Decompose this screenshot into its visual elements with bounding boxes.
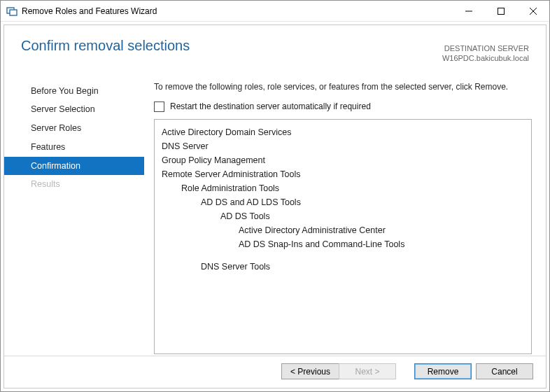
nav-server-selection[interactable]: Server Selection	[4, 100, 144, 119]
prev-next-group: < Previous Next >	[281, 363, 396, 379]
minimize-button[interactable]	[453, 1, 485, 21]
list-item: Group Policy Management	[162, 153, 524, 167]
page-title: Confirm removal selections	[21, 38, 442, 54]
titlebar: Remove Roles and Features Wizard	[1, 1, 549, 22]
wizard-window: Remove Roles and Features Wizard Confirm…	[0, 0, 550, 392]
list-item: AD DS Snap-Ins and Command-Line Tools	[162, 237, 524, 251]
remove-button[interactable]: Remove	[414, 363, 472, 379]
list-item: DNS Server	[162, 139, 524, 153]
svg-rect-1	[10, 10, 17, 15]
sidebar: Before You Begin Server Selection Server…	[4, 69, 144, 356]
list-item: AD DS and AD LDS Tools	[162, 195, 524, 209]
removal-list[interactable]: Active Directory Domain Services DNS Ser…	[154, 119, 532, 354]
maximize-button[interactable]	[485, 1, 517, 21]
previous-button[interactable]: < Previous	[281, 363, 339, 379]
list-item: Active Directory Administrative Center	[162, 223, 524, 237]
list-item: Remote Server Administration Tools	[162, 167, 524, 181]
restart-row: Restart the destination server automatic…	[154, 102, 532, 112]
destination-label: DESTINATION SERVER	[442, 43, 529, 53]
window-title: Remove Roles and Features Wizard	[22, 6, 453, 16]
window-controls	[453, 1, 549, 21]
list-item: Role Administration Tools	[162, 181, 524, 195]
next-button: Next >	[339, 363, 396, 379]
restart-label[interactable]: Restart the destination server automatic…	[170, 102, 371, 111]
destination-server: W16PDC.bakicubuk.local	[442, 53, 529, 63]
list-item: Active Directory Domain Services	[162, 125, 524, 139]
close-button[interactable]	[517, 1, 549, 21]
nav-before-you-begin[interactable]: Before You Begin	[4, 82, 144, 101]
wizard-inner: Confirm removal selections DESTINATION S…	[3, 24, 547, 388]
footer: < Previous Next > Remove Cancel	[4, 356, 546, 388]
list-item: DNS Server Tools	[162, 260, 524, 274]
restart-checkbox[interactable]	[154, 102, 164, 112]
nav-results: Results	[4, 175, 144, 194]
main-panel: To remove the following roles, role serv…	[144, 69, 546, 356]
wizard-header: Confirm removal selections DESTINATION S…	[4, 25, 546, 69]
nav-confirmation[interactable]: Confirmation	[4, 157, 144, 176]
app-icon	[6, 6, 17, 17]
nav-features[interactable]: Features	[4, 138, 144, 157]
svg-rect-3	[498, 8, 505, 14]
instruction-text: To remove the following roles, role serv…	[154, 82, 532, 92]
wizard-body: Before You Begin Server Selection Server…	[4, 69, 546, 356]
list-item: AD DS Tools	[162, 209, 524, 223]
destination-info: DESTINATION SERVER W16PDC.bakicubuk.loca…	[442, 38, 529, 64]
cancel-button[interactable]: Cancel	[476, 363, 533, 379]
nav-server-roles[interactable]: Server Roles	[4, 119, 144, 138]
